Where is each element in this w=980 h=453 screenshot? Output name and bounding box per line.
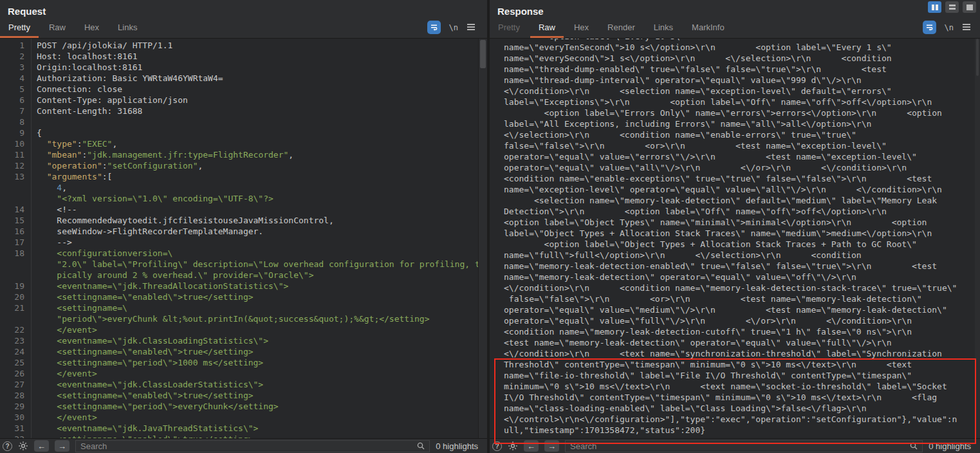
request-code-line: 26 </event>	[0, 368, 487, 379]
request-code-line: 20 <settingname=\"enabled\">true</settin…	[0, 291, 487, 302]
help-button[interactable]: ?	[3, 441, 12, 451]
request-code-line: 4,	[0, 182, 487, 193]
request-search-input[interactable]	[76, 441, 429, 451]
response-scrollbar[interactable]	[975, 39, 980, 438]
newline-toggle[interactable]: \n	[449, 23, 458, 32]
help-button[interactable]: ?	[492, 441, 502, 451]
menu-icon	[962, 23, 971, 31]
response-code-line: name=\"everyTenSecond\">10 s<\/option>\r…	[504, 42, 980, 53]
request-code-line: 9{	[0, 127, 487, 138]
request-code-line: 27 <eventname=\"jdk.ClassLoaderStatistic…	[0, 379, 487, 390]
response-code-line: name=\"full\">full<\/option>\r\n <\/sele…	[504, 250, 980, 261]
menu-icon	[467, 23, 476, 31]
request-code-line: 2Host: localhost:8161	[0, 51, 487, 62]
search-next-button[interactable]: →	[544, 440, 559, 452]
response-code-line: false=\"false\">\r\n <or>\r\n <test name…	[504, 293, 980, 304]
response-title: Response	[497, 6, 544, 17]
request-code-line: 16 seeWindow->FlightRecorderTemplateMana…	[0, 226, 487, 237]
response-code-line: name=\"file-io-threshold\" label=\"File …	[504, 370, 980, 381]
split-columns-button[interactable]	[928, 1, 941, 13]
message-editor: Request PrettyRawHexLinks \n 1POST /	[0, 0, 980, 453]
request-editor[interactable]: 1POST /api/jolokia/ HTTP/1.12Host: local…	[0, 39, 487, 438]
request-header: Request PrettyRawHexLinks \n	[0, 0, 487, 39]
soft-wrap-toggle[interactable]	[427, 21, 441, 34]
tab-pretty[interactable]: Pretty	[498, 23, 520, 38]
request-scrollbar[interactable]	[478, 39, 487, 438]
tab-hex[interactable]: Hex	[84, 23, 99, 38]
soft-wrap-toggle[interactable]	[923, 21, 936, 34]
search-prev-button[interactable]: ←	[34, 440, 49, 452]
request-code-line: 31 <eventname=\"jdk.JavaThreadStatistics…	[0, 423, 487, 434]
request-code-line: "<?xml version=\"1.0\" encoding=\"UTF-8\…	[0, 193, 487, 204]
response-code-line: name=\"memory-leak-detection-enabled\" t…	[504, 261, 980, 272]
response-code-line: Detection\">\r\n <option label=\"Off\" n…	[504, 206, 980, 217]
response-code-line: operator=\"equal\" value=\"full\"\/>\r\n…	[504, 315, 980, 326]
response-search-input[interactable]	[566, 441, 922, 451]
request-code-line: 12 "operation":"setConfiguration",	[0, 160, 487, 171]
response-code-line: <\/selection>\r\n <condition name=\"enab…	[504, 129, 980, 140]
request-code-line: 11 "mbean":"jdk.management.jfr:type=Flig…	[0, 149, 487, 160]
response-code-line: <condition name=\"enable-exceptions\" tr…	[504, 173, 980, 184]
newline-toggle[interactable]: \n	[945, 23, 954, 32]
single-pane-icon	[966, 5, 973, 10]
response-tabs: PrettyRawHexRenderLinksMarkInfo	[498, 23, 725, 38]
response-code-line: operator=\"equal\" value=\"all\"\/>\r\n …	[504, 162, 980, 173]
tab-hex[interactable]: Hex	[574, 23, 589, 38]
request-code-line: 8	[0, 116, 487, 127]
menu-button[interactable]	[467, 22, 476, 33]
response-toolbar: \n	[923, 21, 971, 34]
response-code-line: name=\"exception-level\" operator=\"equa…	[504, 184, 980, 195]
request-code-line: 3Origin:localhost:8161	[0, 62, 487, 73]
split-rows-button[interactable]	[945, 1, 959, 13]
tab-pretty[interactable]: Pretty	[8, 23, 30, 38]
request-code-line: 7Content-Length: 31688	[0, 106, 487, 116]
request-code-line: "2.0\" label=\"Profiling\" description=\…	[0, 259, 487, 270]
search-prev-button[interactable]: ←	[524, 440, 539, 452]
request-code-line: 6Content-Type: application/json	[0, 95, 487, 106]
request-code-line: 24 <settingname=\"enabled\">true</settin…	[0, 346, 487, 357]
response-search-bar: ? ← → 0 highl	[490, 438, 980, 453]
request-scrollbar-thumb[interactable]	[480, 40, 486, 68]
request-code-line: 1POST /api/jolokia/ HTTP/1.1	[0, 40, 487, 51]
tab-raw[interactable]: Raw	[539, 23, 555, 38]
response-scrollbar-thumb[interactable]	[976, 39, 979, 76]
soft-wrap-icon	[430, 23, 438, 32]
request-title: Request	[8, 6, 46, 17]
request-code-line: 25 <settingname=\"period\">1000 ms</sett…	[0, 357, 487, 368]
single-pane-button[interactable]	[963, 1, 976, 13]
layout-buttons	[928, 1, 976, 13]
response-editor[interactable]: <option label=\"Every 10 s\"name=\"every…	[490, 39, 980, 438]
menu-button[interactable]	[962, 22, 971, 33]
request-code-line: 22 </event>	[0, 324, 487, 335]
response-code-line: name=\"everySecond\">1 s<\/option>\r\n <…	[504, 53, 980, 64]
request-search-bar: ? ← → 0 highl	[0, 438, 487, 453]
request-code-line: 23 <eventname=\"jdk.ClassLoadingStatisti…	[0, 335, 487, 346]
response-header: Response PrettyRawHexRenderLinksMarkInfo	[490, 0, 980, 39]
search-settings-button[interactable]	[18, 441, 28, 451]
response-code-line: <option label=\"Errors Only\" name=\"err…	[504, 107, 980, 118]
request-code-line: 13 "arguments":[	[0, 171, 487, 182]
tab-markinfo[interactable]: MarkInfo	[692, 23, 725, 38]
request-code-line: 18 <configurationversion=\	[0, 248, 487, 259]
request-code-line: pically around 2 % overhead.\" provider=…	[0, 270, 487, 281]
request-code-line: 30 </event>	[0, 412, 487, 423]
request-code-line: 29 <settingname=\"period\">everyChunk</s…	[0, 401, 487, 412]
request-code-line: 17 -->	[0, 237, 487, 248]
gear-icon	[18, 441, 28, 451]
response-search-field	[565, 440, 923, 452]
response-code-line: name=\"memory-leak-detection\" operator=…	[504, 272, 980, 282]
response-code-line: I\/O Threshold\" contentType=\"timespan\…	[504, 392, 980, 403]
request-panel: Request PrettyRawHexLinks \n 1POST /	[0, 0, 487, 453]
rows-icon	[949, 5, 956, 10]
response-panel: Response PrettyRawHexRenderLinksMarkInfo	[490, 0, 980, 453]
search-next-button[interactable]: →	[55, 440, 69, 452]
tab-render[interactable]: Render	[607, 23, 635, 38]
search-icon	[909, 441, 918, 453]
search-settings-button[interactable]	[508, 441, 518, 451]
request-code-line: 21 <settingname=\	[0, 302, 487, 313]
tab-links[interactable]: Links	[654, 23, 673, 38]
tab-links[interactable]: Links	[118, 23, 137, 38]
request-search-field	[75, 440, 430, 452]
response-code-line: label=\"Exceptions\">\r\n <option label=…	[504, 97, 980, 107]
tab-raw[interactable]: Raw	[49, 23, 66, 38]
